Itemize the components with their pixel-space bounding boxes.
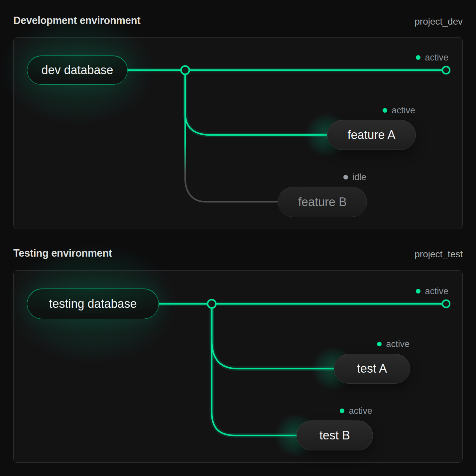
dev-feature-a-line <box>185 70 327 135</box>
feature-a-node[interactable]: feature A <box>327 120 416 150</box>
test-trunk-status: active <box>416 286 448 296</box>
testing-database-node[interactable]: testing database <box>27 289 159 319</box>
test-trunk-status-label: active <box>425 286 448 297</box>
dev-database-label: dev database <box>41 63 113 77</box>
active-status-dot <box>377 342 382 346</box>
active-status-dot <box>416 289 420 294</box>
testing-database-label: testing database <box>49 297 137 311</box>
test-a-line <box>212 304 334 369</box>
test-project-label: project_test <box>415 249 463 260</box>
test-branch-junction-node <box>208 300 216 308</box>
test-a-status-label: active <box>386 339 410 349</box>
dev-project-label: project_dev <box>415 16 463 27</box>
dev-branch-junction-node <box>181 66 189 74</box>
branching-diagram: Development environment project_dev dev <box>0 0 476 476</box>
active-status-dot <box>383 108 387 113</box>
feature-a-label: feature A <box>347 128 395 142</box>
feature-b-node[interactable]: feature B <box>278 187 367 217</box>
test-b-status: active <box>340 406 372 416</box>
test-b-label: test B <box>319 428 350 442</box>
test-a-line-glow <box>212 304 334 369</box>
test-b-node[interactable]: test B <box>297 420 373 450</box>
dev-feature-a-line-glow <box>185 70 327 135</box>
test-environment-panel: testing database active test A active te… <box>13 270 463 463</box>
dev-trunk-status-label: active <box>425 53 448 63</box>
active-status-dot <box>340 409 344 413</box>
dev-trunk-status: active <box>416 53 448 62</box>
dev-section-title: Development environment <box>13 15 140 27</box>
test-b-status-label: active <box>349 406 372 416</box>
feature-a-status-label: active <box>392 105 415 116</box>
dev-environment-panel: dev database active feature A active fea… <box>13 37 463 229</box>
test-section-title: Testing environment <box>13 247 112 259</box>
feature-b-status: idle <box>343 172 366 182</box>
idle-status-dot <box>343 175 348 179</box>
feature-b-status-label: idle <box>352 172 366 182</box>
test-a-status: active <box>377 339 410 349</box>
active-status-dot <box>416 55 420 60</box>
feature-b-label: feature B <box>298 195 347 209</box>
test-a-label: test A <box>357 362 387 376</box>
feature-a-status: active <box>383 105 415 115</box>
dev-trunk-endpoint-node <box>442 66 450 74</box>
test-a-node[interactable]: test A <box>334 354 410 384</box>
dev-database-node[interactable]: dev database <box>27 56 128 85</box>
test-trunk-endpoint-node <box>442 300 450 307</box>
